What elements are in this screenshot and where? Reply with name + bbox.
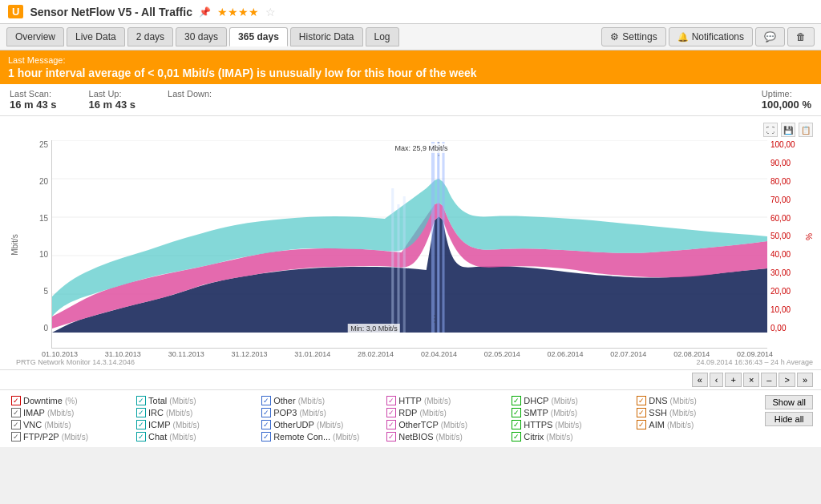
- last-scan-value: 16 m 43 s: [10, 99, 57, 111]
- page-prev[interactable]: ‹: [710, 373, 724, 387]
- page-minus[interactable]: –: [761, 373, 777, 387]
- legend-check-remotecon[interactable]: ✓: [261, 432, 271, 442]
- tab-2days[interactable]: 2 days: [127, 27, 173, 46]
- page-last[interactable]: »: [797, 373, 813, 387]
- legend-label-aim: AIM: [649, 420, 665, 429]
- legend-citrix[interactable]: ✓ Citrix (Mbit/s): [508, 431, 633, 442]
- tab-365days[interactable]: 365 days: [229, 27, 288, 46]
- legend-pop3[interactable]: ✓ POP3 (Mbit/s): [258, 407, 383, 418]
- notifications-button[interactable]: 🔔 Notifications: [669, 27, 753, 46]
- legend-label-dhcp: DHCP: [524, 396, 548, 405]
- legend-label-chat: Chat: [148, 432, 167, 442]
- legend-check-other[interactable]: ✓: [261, 396, 271, 405]
- legend-label-other: Other: [273, 396, 296, 405]
- tab-historic-data[interactable]: Historic Data: [290, 27, 363, 46]
- legend-check-otherudp[interactable]: ✓: [261, 420, 271, 429]
- legend-downtime[interactable]: ✓ Downtime (%): [8, 395, 133, 406]
- y-axis-left: 25 20 15 10 5 0: [21, 140, 51, 349]
- legend-label-imap: IMAP: [23, 408, 45, 417]
- legend-dhcp[interactable]: ✓ DHCP (Mbit/s): [508, 395, 633, 406]
- legend-check-aim[interactable]: ✓: [637, 420, 646, 429]
- legend-label-citrix: Citrix: [524, 432, 544, 442]
- chart-footer: PRTG Network Monitor 14.3.14.2046 24.09.…: [8, 358, 813, 366]
- page-times[interactable]: ×: [743, 373, 759, 387]
- legend-check-ftp[interactable]: ✓: [11, 432, 21, 442]
- legend-smtp[interactable]: ✓ SMTP (Mbit/s): [508, 407, 633, 418]
- legend-ssh[interactable]: ✓ SSH (Mbit/s): [633, 407, 758, 418]
- legend-check-total[interactable]: ✓: [136, 396, 146, 405]
- legend-icmp[interactable]: ✓ ICMP (Mbit/s): [133, 419, 258, 430]
- page-first[interactable]: «: [692, 373, 708, 387]
- legend-http[interactable]: ✓ HTTP (Mbit/s): [383, 395, 508, 406]
- legend-label-netbios: NetBIOS: [398, 432, 433, 442]
- legend-remotecon[interactable]: ✓ Remote Con... (Mbit/s): [258, 431, 383, 442]
- chart-toolbar: ⛶ 💾 📋: [8, 123, 813, 137]
- legend-aim[interactable]: ✓ AIM (Mbit/s): [633, 419, 758, 430]
- legend-check-rdp[interactable]: ✓: [386, 408, 396, 417]
- legend-label-dns: DNS: [649, 396, 667, 405]
- title-bar: U Sensor NetFlow V5 - All Traffic 📌 ★★★★…: [0, 0, 821, 24]
- chart-copy-icon[interactable]: 📋: [799, 123, 813, 137]
- tab-log[interactable]: Log: [366, 27, 399, 46]
- legend-label-pop3: POP3: [273, 408, 297, 417]
- settings-button[interactable]: ⚙ Settings: [601, 27, 665, 46]
- y-axis-left-label: Mbit/s: [10, 234, 19, 256]
- legend-total[interactable]: ✓ Total (Mbit/s): [133, 395, 258, 406]
- legend-otherudp[interactable]: ✓ OtherUDP (Mbit/s): [258, 419, 383, 430]
- legend-irc[interactable]: ✓ IRC (Mbit/s): [133, 407, 258, 418]
- tab-live-data[interactable]: Live Data: [67, 27, 125, 46]
- alert-message: 1 hour interval average of < 0,01 Mbit/s…: [8, 67, 813, 79]
- legend-check-chat[interactable]: ✓: [136, 432, 146, 442]
- legend-label-remotecon: Remote Con...: [273, 432, 330, 442]
- last-scan-label: Last Scan:: [10, 89, 57, 99]
- legend-other[interactable]: ✓ Other (Mbit/s): [258, 395, 383, 406]
- svg-rect-7: [437, 142, 439, 333]
- page-next[interactable]: >: [779, 373, 795, 387]
- chart-resize-icon[interactable]: ⛶: [763, 123, 778, 137]
- legend-check-smtp[interactable]: ✓: [512, 408, 521, 417]
- legend-dns[interactable]: ✓ DNS (Mbit/s): [633, 395, 758, 406]
- chart-download-icon[interactable]: 💾: [781, 123, 795, 137]
- legend-label-irc: IRC: [148, 408, 164, 417]
- show-all-button[interactable]: Show all: [765, 395, 813, 409]
- last-scan-stat: Last Scan: 16 m 43 s: [10, 89, 57, 111]
- legend-ftp[interactable]: ✓ FTP/P2P (Mbit/s): [8, 431, 133, 442]
- legend-vnc[interactable]: ✓ VNC (Mbit/s): [8, 419, 133, 430]
- hide-all-button[interactable]: Hide all: [765, 412, 813, 426]
- legend-check-dhcp[interactable]: ✓: [512, 396, 521, 405]
- legend-check-downtime[interactable]: ✓: [11, 396, 21, 405]
- page-plus[interactable]: +: [725, 373, 741, 387]
- x-axis: 01.10.2013 31.10.2013 30.11.2013 31.12.2…: [8, 350, 813, 358]
- tab-overview[interactable]: Overview: [6, 27, 64, 46]
- legend-rdp[interactable]: ✓ RDP (Mbit/s): [383, 407, 508, 418]
- legend-check-icmp[interactable]: ✓: [136, 420, 146, 429]
- legend-check-netbios[interactable]: ✓: [386, 432, 396, 442]
- legend-check-dns[interactable]: ✓: [637, 396, 646, 405]
- legend-check-othertcp[interactable]: ✓: [386, 420, 396, 429]
- legend-check-vnc[interactable]: ✓: [11, 420, 21, 429]
- uptime-value: 100,000 %: [762, 99, 811, 111]
- chart-container: ⛶ 💾 📋 Mbit/s 25 20 15 10 5 0: [0, 116, 821, 369]
- legend-check-ssh[interactable]: ✓: [637, 408, 646, 417]
- alert-bar: Last Message: 1 hour interval average of…: [0, 50, 821, 84]
- legend-othertcp[interactable]: ✓ OtherTCP (Mbit/s): [383, 419, 508, 430]
- legend-check-irc[interactable]: ✓: [136, 408, 146, 417]
- legend-check-imap[interactable]: ✓: [11, 408, 21, 417]
- bell-icon: 🔔: [677, 32, 689, 42]
- delete-button[interactable]: 🗑: [787, 27, 815, 46]
- chart-area: Max: 25,9 Mbit/s Min: 3,0 Mbit/s: [51, 140, 767, 349]
- chart-footer-right: 24.09.2014 16:36:43 – 24 h Average: [697, 358, 813, 366]
- legend-check-citrix[interactable]: ✓: [512, 432, 521, 442]
- legend-check-pop3[interactable]: ✓: [261, 408, 271, 417]
- legend-check-https[interactable]: ✓: [512, 420, 521, 429]
- legend-chat[interactable]: ✓ Chat (Mbit/s): [133, 431, 258, 442]
- legend-imap[interactable]: ✓ IMAP (Mbit/s): [8, 407, 133, 418]
- tab-30days[interactable]: 30 days: [176, 27, 227, 46]
- legend-netbios[interactable]: ✓ NetBIOS (Mbit/s): [383, 431, 508, 442]
- chat-button[interactable]: 💬: [755, 27, 785, 46]
- pin-icon: 📌: [199, 6, 211, 18]
- legend-check-http[interactable]: ✓: [386, 396, 396, 405]
- trash-icon: 🗑: [796, 31, 806, 42]
- legend-https[interactable]: ✓ HTTPS (Mbit/s): [508, 419, 633, 430]
- legend-empty: [633, 431, 758, 442]
